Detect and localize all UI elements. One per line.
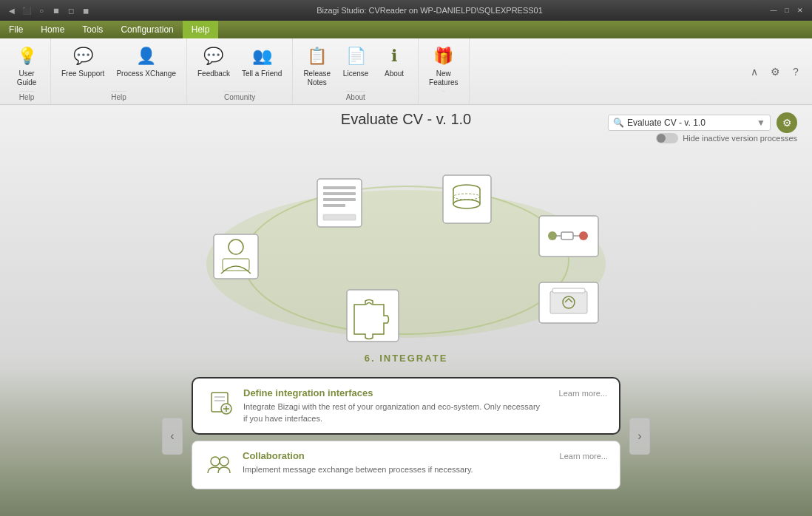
nav-next-button[interactable]: › — [629, 418, 650, 455]
ribbon: 💡 UserGuide Help 💬 Free Support 👤 Proces… — [0, 38, 812, 105]
maximize-button[interactable]: □ — [781, 5, 793, 16]
menu-home[interactable]: Home — [32, 21, 73, 38]
about-label: About — [385, 69, 404, 78]
release-notes-label: ReleaseNotes — [303, 69, 331, 87]
node-flow[interactable] — [539, 282, 598, 323]
ribbon-help-button[interactable]: ? — [788, 64, 803, 79]
node-person[interactable] — [214, 234, 258, 279]
menu-file[interactable]: File — [0, 21, 32, 38]
about-icon: ℹ — [382, 44, 406, 68]
process-xchange-label: Process XChange — [116, 69, 176, 78]
free-support-button[interactable]: 💬 Free Support — [57, 41, 109, 81]
card-collaboration-content: Collaboration Implement message exchange… — [243, 450, 545, 475]
svg-point-34 — [211, 457, 220, 466]
tb-icon-4[interactable]: ⏹ — [50, 4, 62, 16]
ribbon-group-support: 💬 Free Support 👤 Process XChange Help — [51, 38, 187, 104]
release-notes-button[interactable]: 📋 ReleaseNotes — [299, 41, 335, 90]
card-collaboration: Collaboration Implement message exchange… — [192, 441, 620, 489]
main-content: Evaluate CV - v. 1.0 🔍 ▼ ⚙ Hide inactive… — [0, 105, 812, 516]
svg-point-20 — [579, 231, 588, 240]
license-button[interactable]: 📄 License — [338, 41, 373, 81]
tb-icon-2[interactable]: ⬛ — [21, 4, 33, 16]
search-icon: 🔍 — [613, 118, 624, 128]
free-support-label: Free Support — [61, 69, 104, 78]
node-puzzle[interactable] — [347, 290, 399, 342]
license-label: License — [343, 69, 368, 78]
search-input[interactable] — [627, 118, 757, 128]
menu-bar: File Home Tools Configuration Help — [0, 21, 812, 38]
about-button[interactable]: ℹ About — [376, 41, 412, 81]
feedback-icon: 💬 — [202, 44, 226, 68]
tb-icon-3[interactable]: ○ — [35, 4, 47, 16]
card-collaboration-icon — [204, 450, 234, 480]
svg-point-18 — [548, 231, 557, 240]
ribbon-about-label: About — [346, 91, 365, 101]
tb-icon-1[interactable]: ◀ — [6, 4, 18, 16]
menu-configuration[interactable]: Configuration — [112, 21, 182, 38]
card-integration: Define integration interfaces Integrate … — [192, 377, 620, 435]
ribbon-group-newfeatures: 🎁 NewFeatures — [419, 38, 469, 104]
user-guide-button[interactable]: 💡 UserGuide — [9, 41, 44, 90]
card-collaboration-desc: Implement message exchange between proce… — [243, 464, 545, 475]
user-guide-label: UserGuide — [17, 69, 37, 87]
new-features-label: NewFeatures — [429, 69, 458, 87]
user-guide-icon: 💡 — [15, 44, 38, 68]
nav-prev-button[interactable]: ‹ — [162, 418, 183, 455]
svg-point-35 — [220, 457, 229, 466]
ribbon-newfeatures-label — [442, 91, 444, 101]
node-document[interactable] — [317, 179, 362, 227]
ribbon-collapse-button[interactable]: ∧ — [747, 64, 762, 79]
title-bar-title: Bizagi Studio: CVReader on WP-DANIELPD\S… — [317, 6, 543, 15]
ribbon-right-controls: ∧ ⚙ ? — [747, 38, 809, 104]
svg-rect-5 — [323, 186, 356, 189]
search-dropdown-icon[interactable]: ▼ — [757, 118, 765, 128]
process-xchange-button[interactable]: 👤 Process XChange — [112, 41, 180, 81]
process-xchange-icon: 👤 — [135, 44, 158, 68]
svg-rect-7 — [323, 198, 356, 201]
toggle-knob — [657, 134, 666, 143]
new-features-icon: 🎁 — [432, 44, 456, 68]
new-features-button[interactable]: 🎁 NewFeatures — [424, 41, 462, 90]
minimize-button[interactable]: — — [768, 5, 779, 16]
card-integration-content: Define integration interfaces Integrate … — [243, 387, 544, 424]
svg-rect-6 — [323, 192, 356, 195]
cards-area: ‹ Define integration interfaces Integrat… — [192, 377, 620, 495]
diagram-svg — [177, 146, 635, 382]
ribbon-group-comunity-label: Help — [111, 91, 126, 101]
card-integration-icon — [205, 387, 234, 417]
node-process[interactable] — [539, 216, 598, 257]
svg-point-0 — [243, 186, 569, 334]
svg-rect-25 — [552, 288, 585, 293]
license-icon: 📄 — [344, 44, 368, 68]
node-database[interactable] — [443, 175, 491, 223]
tell-friend-icon: 👥 — [250, 44, 274, 68]
tell-friend-label: Tell a Friend — [242, 69, 282, 78]
tb-icon-6[interactable]: ◼ — [80, 4, 92, 16]
card-integration-desc: Integrate Bizagi with the rest of your o… — [243, 401, 544, 424]
hide-inactive-toggle[interactable] — [656, 133, 678, 143]
svg-rect-1 — [214, 234, 258, 279]
svg-rect-9 — [323, 214, 356, 220]
ribbon-settings-button[interactable]: ⚙ — [768, 64, 782, 79]
ribbon-group-about: 📋 ReleaseNotes 📄 License ℹ About About — [293, 38, 419, 104]
close-button[interactable]: ✕ — [794, 5, 806, 16]
settings-button[interactable]: ⚙ — [777, 112, 797, 133]
tb-icon-5[interactable]: ◻ — [65, 4, 77, 16]
menu-tools[interactable]: Tools — [73, 21, 112, 38]
ribbon-comunity-label-2: Comunity — [224, 91, 255, 101]
free-support-icon: 💬 — [71, 44, 95, 68]
feedback-button[interactable]: 💬 Feedback — [193, 41, 234, 81]
toggle-label: Hide inactive version processes — [683, 134, 797, 143]
diagram-area: 6. INTEGRATE — [177, 146, 635, 382]
step-label: 6. INTEGRATE — [365, 353, 448, 364]
title-bar-controls: — □ ✕ — [768, 5, 806, 16]
page-title: Evaluate CV - v. 1.0 — [341, 111, 471, 128]
card-integration-link[interactable]: Learn more... — [559, 389, 607, 398]
ribbon-group-community: 💬 Feedback 👥 Tell a Friend Comunity — [187, 38, 293, 104]
search-container: 🔍 ▼ — [608, 115, 771, 131]
card-collaboration-link[interactable]: Learn more... — [560, 452, 608, 461]
svg-rect-8 — [323, 204, 345, 207]
feedback-label: Feedback — [197, 69, 230, 78]
tell-friend-button[interactable]: 👥 Tell a Friend — [237, 41, 286, 81]
menu-help[interactable]: Help — [183, 21, 219, 38]
